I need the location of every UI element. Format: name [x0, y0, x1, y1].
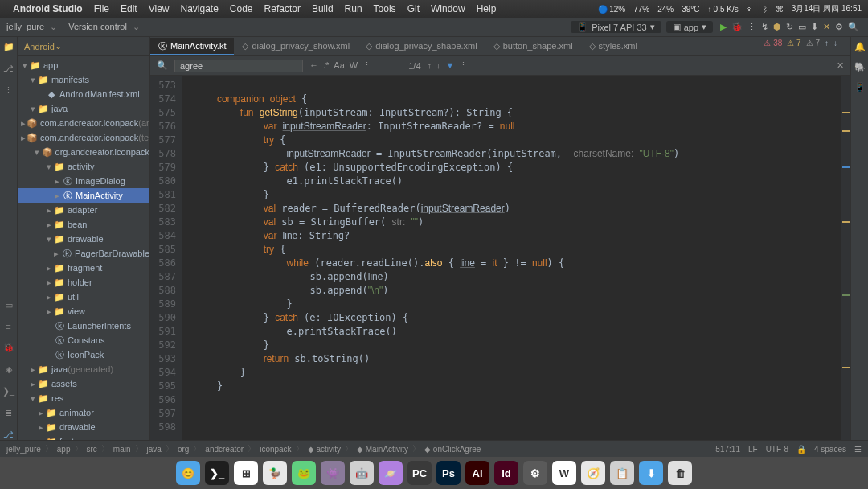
tree-activity[interactable]: ▾📁activity [18, 159, 149, 174]
tree-view[interactable]: ▸📁view [18, 304, 149, 318]
settings-button[interactable]: ⚙ [835, 22, 843, 32]
bc-jelly_pure[interactable]: jelly_pure [6, 445, 41, 454]
bc-onClickAgree[interactable]: ◆ onClickAgree [424, 445, 481, 454]
bc-main[interactable]: main [113, 445, 131, 454]
menu-refactor[interactable]: Refactor [264, 3, 301, 14]
logcat-tool-icon[interactable]: ≣ [5, 408, 12, 418]
dock-app-1[interactable]: ❯_ [205, 461, 229, 485]
dock-app-7[interactable]: 🪐 [379, 461, 403, 485]
find-input[interactable] [174, 60, 303, 72]
tree-com-andcreator-iconpack[interactable]: ▸📦com.andcreator.iconpack (andr [18, 116, 149, 130]
profiler-tool-icon[interactable]: ◈ [6, 364, 12, 375]
app-name[interactable]: Android Studio [13, 3, 83, 14]
bc-org[interactable]: org [178, 445, 189, 454]
dock-app-16[interactable]: ⬇ [639, 461, 663, 485]
wifi-icon[interactable]: ᯤ [747, 5, 755, 14]
build-button[interactable]: ⬢ [773, 22, 781, 32]
tree-fragment[interactable]: ▸📁fragment [18, 261, 149, 275]
dock-app-2[interactable]: ⊞ [234, 461, 258, 485]
bc-java[interactable]: java [147, 445, 162, 454]
tree-org-andcreator-iconpack[interactable]: ▾📦org.andcreator.iconpack [18, 145, 149, 159]
menu-git[interactable]: Git [407, 3, 420, 14]
tree-holder[interactable]: ▸📁holder [18, 275, 149, 290]
menu-help[interactable]: Help [477, 3, 497, 14]
dock-app-6[interactable]: 🤖 [350, 461, 374, 485]
vcs-tool-icon[interactable]: ⎇ [3, 429, 14, 440]
tree-pagerbardrawable[interactable]: ▸ⓚPagerBarDrawable [18, 246, 149, 261]
tab-mainactivity-kt[interactable]: ⓚMainActivity.kt [150, 38, 234, 55]
tree-com-andcreator-iconpack[interactable]: ▸📦com.andcreator.iconpack (test [18, 130, 149, 145]
dock-app-5[interactable]: 👾 [321, 461, 345, 485]
menu-navigate[interactable]: Navigate [180, 3, 218, 14]
dock-app-9[interactable]: Ps [436, 461, 461, 485]
dock-app-13[interactable]: W [552, 461, 576, 485]
tree-assets[interactable]: ▸📁assets [18, 376, 149, 391]
tab-dialog_privacy_shape-xml[interactable]: ◇dialog_privacy_shape.xml [358, 38, 485, 55]
notifications-icon[interactable]: 🔔 [854, 42, 866, 52]
tree-app[interactable]: ▾📁app [18, 58, 149, 72]
down-icon[interactable]: ↓ [436, 60, 441, 71]
avd-button[interactable]: ▭ [798, 22, 806, 32]
sync-button[interactable]: ↻ [786, 22, 793, 32]
menu-build[interactable]: Build [312, 3, 334, 14]
run-config-selector[interactable]: ▣ app ▾ [666, 21, 713, 33]
dock-app-8[interactable]: PC [407, 461, 432, 485]
menu-window[interactable]: Window [431, 3, 465, 14]
tab-button_shape-xml[interactable]: ◇button_shape.xml [485, 38, 581, 55]
readonly-icon[interactable]: 🔒 [796, 445, 806, 454]
words-icon[interactable]: W [350, 60, 358, 71]
build-tool-icon[interactable]: ≡ [6, 322, 10, 331]
debug-tool-icon[interactable]: 🐞 [3, 343, 14, 353]
menu-view[interactable]: View [149, 3, 170, 14]
control-center-icon[interactable]: ⌘ [776, 5, 784, 14]
tree-constans[interactable]: ⓚConstans [18, 333, 149, 347]
dock-app-17[interactable]: 🗑 [668, 461, 692, 485]
menu-run[interactable]: Run [345, 3, 362, 14]
search-button[interactable]: 🔍 [848, 22, 859, 32]
case-icon[interactable]: Aa [334, 60, 344, 71]
more-icon[interactable]: ⋮ [747, 22, 756, 32]
sidebar-header[interactable]: Android ⌄ [18, 37, 149, 56]
tree-manifests[interactable]: ▾📁manifests [18, 72, 149, 87]
tree-androidmanifest-xml[interactable]: ◆AndroidManifest.xml [18, 87, 149, 101]
menu-tools[interactable]: Tools [374, 3, 396, 14]
bc-andcreator[interactable]: andcreator [205, 445, 244, 454]
dock-app-14[interactable]: 🧭 [581, 461, 605, 485]
vcs-selector[interactable]: Version control ⌄ [68, 22, 143, 32]
tree-animator[interactable]: ▸📁animator [18, 405, 149, 420]
inspection-summary[interactable]: ⚠ 38 ⚠ 7 ⚠ 7 ↑↓ [764, 39, 837, 47]
filter-icon[interactable]: ▼ [446, 60, 455, 71]
tree-java[interactable]: ▾📁java [18, 101, 149, 116]
minimap[interactable] [821, 114, 841, 440]
terminal-tool-icon[interactable]: ❯_ [2, 386, 14, 397]
dock-app-4[interactable]: 🐸 [292, 461, 316, 485]
tree-mainactivity[interactable]: ▸ⓚMainActivity [18, 188, 149, 203]
clock[interactable]: 3月14日 周四 16:51 [792, 3, 862, 14]
bc-activity[interactable]: ◆ activity [308, 445, 341, 454]
tree-java[interactable]: ▸📁java (generated) [18, 362, 149, 376]
tree-drawable[interactable]: ▾📁drawable [18, 232, 149, 246]
indent[interactable]: 4 spaces [814, 445, 846, 454]
close-find-icon[interactable]: ✕ [837, 60, 844, 71]
device-manager-icon[interactable]: 📱 [854, 82, 866, 92]
bc-iconpack[interactable]: iconpack [260, 445, 291, 454]
run-button[interactable]: ▶ [720, 22, 727, 32]
dock-app-12[interactable]: ⚙ [523, 461, 547, 485]
error-stripe[interactable] [841, 76, 850, 440]
regex-icon[interactable]: .* [323, 60, 329, 71]
bc-MainActivity[interactable]: ◆ MainActivity [357, 445, 408, 454]
tree-launcherintents[interactable]: ⓚLauncherIntents [18, 318, 149, 333]
menu-edit[interactable]: Edit [121, 3, 137, 14]
bc-src[interactable]: src [87, 445, 97, 454]
dock-app-10[interactable]: Ai [465, 461, 489, 485]
project-tree[interactable]: ▾📁app▾📁manifests◆AndroidManifest.xml▾📁ja… [18, 56, 149, 440]
tree-bean[interactable]: ▸📁bean [18, 217, 149, 232]
debug-button[interactable]: 🐞 [731, 22, 743, 32]
gradle-icon[interactable]: 🐘 [854, 62, 866, 72]
tree-iconpack[interactable]: ⓚIconPack [18, 347, 149, 362]
attach-button[interactable]: ↯ [761, 22, 768, 32]
more-find-icon[interactable]: ⋮ [362, 60, 371, 71]
tree-drawable[interactable]: ▸📁drawable [18, 420, 149, 434]
tree-imagedialog[interactable]: ▸ⓚImageDialog [18, 174, 149, 188]
up-icon[interactable]: ↑ [428, 60, 432, 71]
